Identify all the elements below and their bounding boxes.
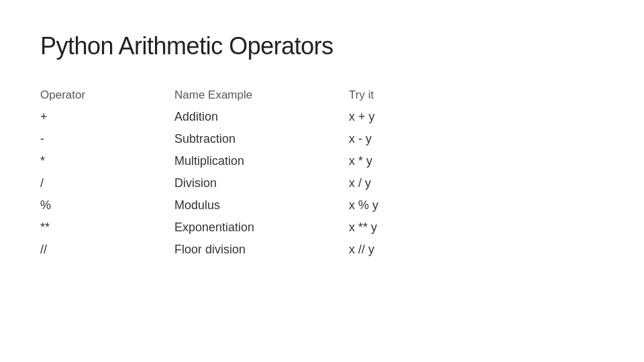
cell-operator: - <box>40 128 174 150</box>
cell-operator: ** <box>40 217 174 239</box>
page: Python Arithmetic Operators Operator Nam… <box>0 0 644 362</box>
cell-operator: % <box>40 194 174 217</box>
cell-operator: // <box>40 239 174 261</box>
table-row: %Modulusx % y <box>40 194 604 217</box>
cell-name: Exponentiation <box>174 217 349 239</box>
cell-tryit: x ** y <box>349 217 483 239</box>
cell-name: Multiplication <box>174 150 349 172</box>
cell-tryit: x // y <box>349 239 483 261</box>
cell-tryit: x - y <box>349 128 483 150</box>
cell-tryit: x / y <box>349 172 483 194</box>
cell-name: Division <box>174 172 349 194</box>
header-operator: Operator <box>40 84 174 106</box>
table-row: *Multiplicationx * y <box>40 150 604 172</box>
cell-operator: / <box>40 172 174 194</box>
table-row: +Additionx + y <box>40 106 604 128</box>
table-header-row: Operator Name Example Try it <box>40 84 604 106</box>
table-row: //Floor divisionx // y <box>40 239 604 261</box>
header-tryit: Try it <box>349 84 483 106</box>
table-row: -Subtractionx - y <box>40 128 604 150</box>
cell-tryit: x * y <box>349 150 483 172</box>
cell-operator: + <box>40 106 174 128</box>
cell-tryit: x % y <box>349 194 483 217</box>
cell-tryit: x + y <box>349 106 483 128</box>
table-row: /Divisionx / y <box>40 172 604 194</box>
cell-name: Addition <box>174 106 349 128</box>
cell-operator: * <box>40 150 174 172</box>
header-name: Name Example <box>174 84 349 106</box>
cell-name: Floor division <box>174 239 349 261</box>
page-title: Python Arithmetic Operators <box>40 32 604 60</box>
table-row: **Exponentiationx ** y <box>40 217 604 239</box>
operators-table: Operator Name Example Try it +Additionx … <box>40 84 604 261</box>
cell-name: Subtraction <box>174 128 349 150</box>
cell-name: Modulus <box>174 194 349 217</box>
